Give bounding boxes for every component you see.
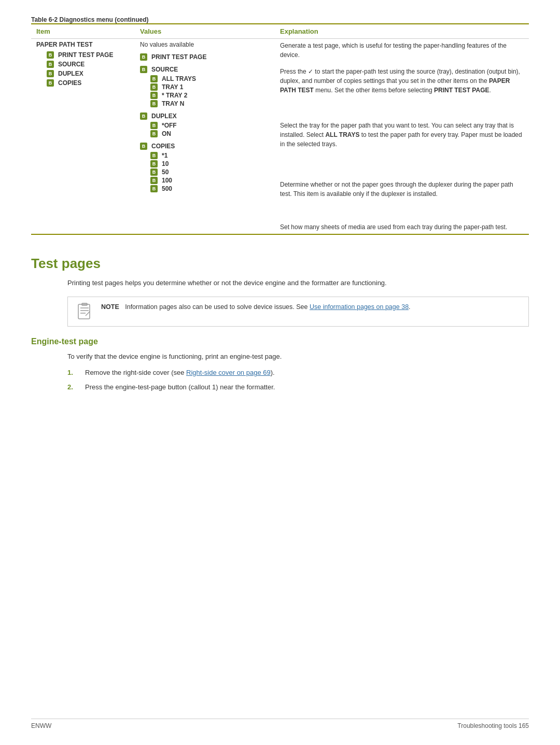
left-item-source: B SOURCE xyxy=(36,61,130,68)
explanation-copies: Set how many sheets of media are used fr… xyxy=(280,222,524,232)
note-box: NOTE Information pages also can be used … xyxy=(67,297,529,327)
col-header-item: Item xyxy=(31,24,135,39)
note-body-text: Information pages also can be used to so… xyxy=(125,303,310,311)
val-label-tray2: * TRAY 2 xyxy=(162,92,187,99)
bullet-b-icon: B xyxy=(150,130,158,137)
val-label-1: *1 xyxy=(162,152,167,159)
col-header-explanation: Explanation xyxy=(275,24,529,39)
val-label-100: 100 xyxy=(162,177,172,184)
left-label-duplex: DUPLEX xyxy=(58,70,83,77)
val-label-500: 500 xyxy=(162,185,172,192)
explanation-paper-path-test: Generate a test page, which is useful fo… xyxy=(280,41,524,60)
val-label-copies: COPIES xyxy=(151,143,175,150)
bullet-b-icon: B xyxy=(47,51,54,59)
left-label-copies: COPIES xyxy=(58,79,81,87)
step-2-num: 2. xyxy=(67,382,78,392)
val-source: B SOURCE xyxy=(140,66,270,73)
note-text: NOTE Information pages also can be used … xyxy=(101,302,411,312)
val-label-10: 10 xyxy=(162,160,169,167)
table-row-paper-path-test: PAPER PATH TEST B PRINT TEST PAGE B SOUR… xyxy=(31,39,529,235)
val-copies: B COPIES xyxy=(140,143,270,150)
val-duplex: B DUPLEX xyxy=(140,113,270,120)
val-all-trays: B ALL TRAYS xyxy=(140,75,270,82)
val-label-print-test-page: PRINT TEST PAGE xyxy=(151,53,206,61)
bullet-b-icon: B xyxy=(140,66,147,73)
explanation-print-test-page: Press the ✓ to start the paper-path test… xyxy=(280,67,524,95)
paper-path-test-label: PAPER PATH TEST xyxy=(36,41,130,48)
bullet-b-icon: B xyxy=(150,83,158,91)
footer-left: ENWW xyxy=(31,722,51,729)
val-10: B 10 xyxy=(140,160,270,167)
bullet-b-icon: B xyxy=(150,160,158,167)
bullet-b-icon: B xyxy=(150,168,158,176)
bullet-b-icon: B xyxy=(150,177,158,184)
explanation-cell-paper-path-test: Generate a test page, which is useful fo… xyxy=(275,39,529,235)
left-label-source: SOURCE xyxy=(58,61,85,68)
val-50: B 50 xyxy=(140,168,270,176)
step-1: 1. Remove the right-side cover (see Righ… xyxy=(67,368,529,378)
bullet-b-icon: B xyxy=(47,70,54,77)
left-item-duplex: B DUPLEX xyxy=(36,70,130,77)
diagnostics-table: Item Values Explanation PAPER PATH TEST … xyxy=(31,23,529,235)
engine-test-steps: 1. Remove the right-side cover (see Righ… xyxy=(67,368,529,392)
page-footer: ENWW Troubleshooting tools 165 xyxy=(31,719,529,729)
bullet-b-icon: B xyxy=(47,61,54,68)
bullet-b-icon: B xyxy=(140,113,147,120)
val-label-source: SOURCE xyxy=(151,66,178,73)
test-pages-body-text: Printing test pages helps you determine … xyxy=(67,279,387,287)
val-tray1: B TRAY 1 xyxy=(140,83,270,91)
test-pages-title: Test pages xyxy=(31,256,529,272)
engine-test-title: Engine-test page xyxy=(31,337,529,346)
val-500: B 500 xyxy=(140,185,270,192)
val-tray-n: B TRAY N xyxy=(140,100,270,107)
bullet-b-icon: B xyxy=(150,152,158,159)
bullet-b-icon: B xyxy=(150,100,158,107)
step-2-text: Press the engine-test-page button (callo… xyxy=(85,382,275,392)
engine-test-section: Engine-test page To verify that the devi… xyxy=(31,337,529,392)
val-label-on: ON xyxy=(162,130,171,137)
values-cell-paper-path-test: No values available B PRINT TEST PAGE B … xyxy=(135,39,275,235)
test-pages-body: Printing test pages helps you determine … xyxy=(67,278,529,288)
bullet-b-icon: B xyxy=(150,92,158,99)
col-header-values: Values xyxy=(135,24,275,39)
test-pages-section: Test pages Printing test pages helps you… xyxy=(31,256,529,327)
engine-test-body: To verify that the device engine is func… xyxy=(67,352,529,362)
item-cell-paper-path-test: PAPER PATH TEST B PRINT TEST PAGE B SOUR… xyxy=(31,39,135,235)
bullet-b-icon: B xyxy=(150,75,158,82)
val-1: B *1 xyxy=(140,152,270,159)
val-tray2: B * TRAY 2 xyxy=(140,92,270,99)
footer-right: Troubleshooting tools 165 xyxy=(457,722,529,729)
explanation-source: Select the tray for the paper path that … xyxy=(280,121,524,149)
step-2: 2. Press the engine-test-page button (ca… xyxy=(67,382,529,392)
step-1-text: Remove the right-side cover (see Right-s… xyxy=(85,368,275,378)
explanation-duplex: Determine whether or not the paper goes … xyxy=(280,180,524,199)
step-1-link[interactable]: Right-side cover on page 69 xyxy=(186,369,271,376)
left-label-print-test-page: PRINT TEST PAGE xyxy=(58,51,113,59)
table-caption: Table 6-2 Diagnostics menu (continued) xyxy=(31,16,529,23)
bullet-b-icon: B xyxy=(140,53,147,61)
val-label-duplex: DUPLEX xyxy=(151,113,177,120)
val-off: B *OFF xyxy=(140,122,270,129)
table-caption-text: Table 6-2 Diagnostics menu (continued) xyxy=(31,16,148,23)
note-icon xyxy=(75,302,94,321)
svg-line-5 xyxy=(87,312,90,315)
left-item-print-test-page: B PRINT TEST PAGE xyxy=(36,51,130,59)
val-label-tray1: TRAY 1 xyxy=(162,83,183,91)
val-label-off: *OFF xyxy=(162,122,177,129)
val-on: B ON xyxy=(140,130,270,137)
val-label-tray-n: TRAY N xyxy=(162,100,184,107)
bullet-b-icon: B xyxy=(140,143,147,150)
note-suffix: . xyxy=(409,303,410,311)
note-link[interactable]: Use information pages on page 38 xyxy=(310,303,409,311)
svg-rect-0 xyxy=(78,304,90,319)
bullet-b-icon: B xyxy=(150,122,158,129)
val-label-50: 50 xyxy=(162,168,169,176)
bullet-b-icon: B xyxy=(47,79,54,87)
val-label-all-trays: ALL TRAYS xyxy=(162,75,196,82)
note-label: NOTE xyxy=(101,303,119,311)
bullet-b-icon: B xyxy=(150,185,158,192)
no-values-label: No values available xyxy=(140,41,270,48)
svg-line-6 xyxy=(86,315,87,316)
step-1-num: 1. xyxy=(67,368,78,378)
val-print-test-page: B PRINT TEST PAGE xyxy=(140,53,270,61)
